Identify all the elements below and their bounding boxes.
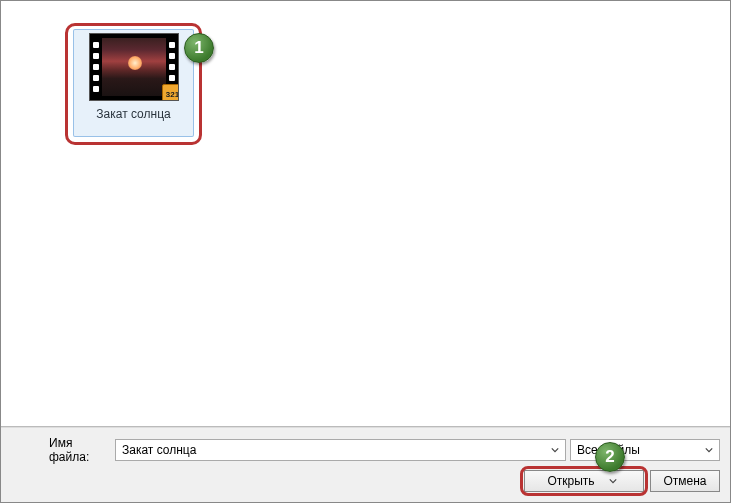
chevron-down-icon[interactable] [605, 473, 621, 489]
file-open-dialog: тер 321 Закат солнца 1 Имя файла: [0, 0, 731, 503]
filename-input[interactable]: Закат солнца [115, 439, 566, 461]
sunset-sun [128, 56, 142, 70]
thumb-image [102, 38, 166, 96]
video-thumbnail: 321 [89, 33, 179, 101]
cancel-button[interactable]: Отмена [650, 470, 720, 492]
filename-label: Имя файла: [11, 436, 111, 464]
file-list-area[interactable]: 321 Закат солнца 1 [1, 1, 730, 427]
filename-value: Закат солнца [122, 443, 196, 457]
chevron-down-icon[interactable] [547, 442, 563, 458]
cancel-button-label: Отмена [663, 474, 706, 488]
open-button[interactable]: Открыть [524, 470, 644, 492]
chevron-down-icon[interactable] [701, 442, 717, 458]
annotation-badge-1: 1 [184, 33, 214, 63]
open-button-label: Открыть [547, 474, 594, 488]
file-type-filter[interactable]: Все файлы [570, 439, 720, 461]
annotation-badge-2: 2 [595, 442, 625, 472]
mpc-overlay-icon: 321 [162, 84, 179, 101]
file-item-video[interactable]: 321 Закат солнца 1 [71, 19, 196, 139]
film-sprocket-left [90, 37, 102, 97]
